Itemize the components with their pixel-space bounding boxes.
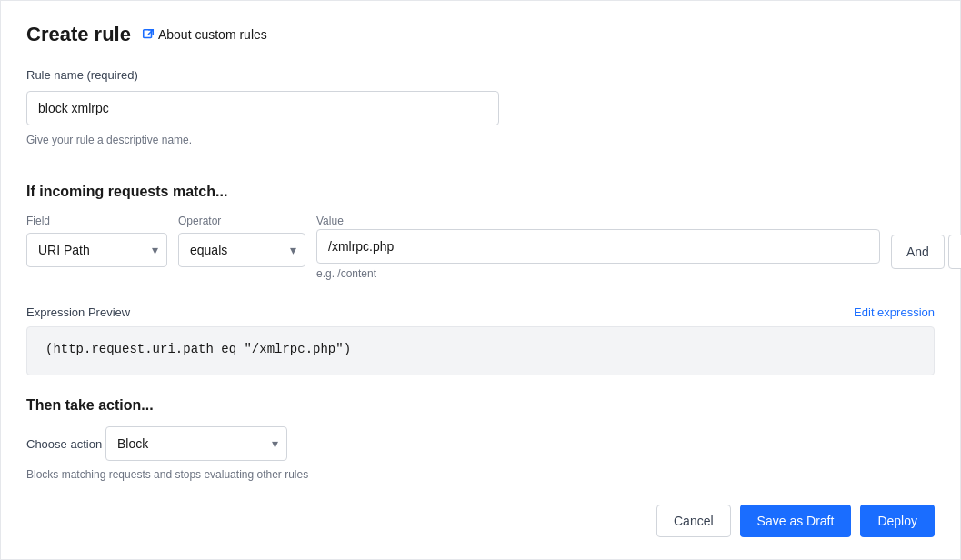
action-section: Then take action... Choose action Block …	[26, 397, 935, 481]
action-heading: Then take action...	[26, 397, 935, 414]
expression-preview-box: (http.request.uri.path eq "/xmlrpc.php")	[26, 326, 935, 375]
operator-group: Operator equals not equals contains star…	[178, 215, 305, 267]
footer-buttons: Cancel Save as Draft Deploy	[656, 505, 935, 537]
create-rule-panel: Create rule About custom rules Rule name…	[0, 0, 961, 560]
page-header: Create rule About custom rules	[26, 23, 935, 46]
edit-expression-link[interactable]: Edit expression	[854, 305, 935, 319]
action-description: Blocks matching requests and stops evalu…	[26, 468, 935, 481]
svg-rect-0	[144, 30, 152, 38]
operator-select[interactable]: equals not equals contains starts with e…	[178, 233, 305, 267]
logic-buttons: And Or	[891, 215, 961, 269]
match-heading: If incoming requests match...	[26, 184, 935, 200]
operator-label: Operator	[178, 215, 305, 227]
field-row: Field URI Path URI Full Hostname IP Sour…	[26, 215, 935, 280]
action-label: Choose action	[26, 437, 102, 451]
external-link-icon	[142, 28, 155, 41]
action-select[interactable]: Block Challenge (CAPTCHA) JS Challenge A…	[105, 426, 287, 461]
expression-header: Expression Preview Edit expression	[26, 305, 935, 319]
deploy-button[interactable]: Deploy	[860, 505, 935, 537]
field-select[interactable]: URI Path URI Full Hostname IP Source Add…	[26, 233, 167, 267]
about-link-label: About custom rules	[158, 27, 267, 42]
expression-preview-section: Expression Preview Edit expression (http…	[26, 305, 935, 375]
rule-name-input[interactable]	[26, 91, 499, 125]
value-eg-text: e.g. /content	[316, 267, 880, 280]
rule-name-hint: Give your rule a descriptive name.	[26, 134, 935, 146]
section-divider	[26, 165, 935, 165]
about-custom-rules-link[interactable]: About custom rules	[142, 27, 267, 42]
and-button[interactable]: And	[891, 235, 945, 269]
field-group: Field URI Path URI Full Hostname IP Sour…	[26, 215, 167, 267]
field-select-wrapper: URI Path URI Full Hostname IP Source Add…	[26, 233, 167, 267]
expression-label: Expression Preview	[26, 305, 130, 319]
rule-name-label: Rule name (required)	[26, 68, 935, 82]
rule-name-section: Rule name (required) Give your rule a de…	[26, 68, 935, 146]
value-input[interactable]	[316, 229, 880, 264]
cancel-button[interactable]: Cancel	[656, 505, 731, 537]
save-as-draft-button[interactable]: Save as Draft	[740, 505, 852, 537]
operator-select-wrapper: equals not equals contains starts with e…	[178, 233, 305, 267]
page-title: Create rule	[26, 23, 131, 46]
match-section: If incoming requests match... Field URI …	[26, 184, 935, 280]
or-button[interactable]: Or	[948, 235, 961, 269]
value-group: Value e.g. /content	[316, 215, 880, 280]
field-label: Field	[26, 215, 167, 227]
value-label: Value	[316, 215, 880, 227]
action-select-wrapper: Block Challenge (CAPTCHA) JS Challenge A…	[105, 426, 287, 461]
